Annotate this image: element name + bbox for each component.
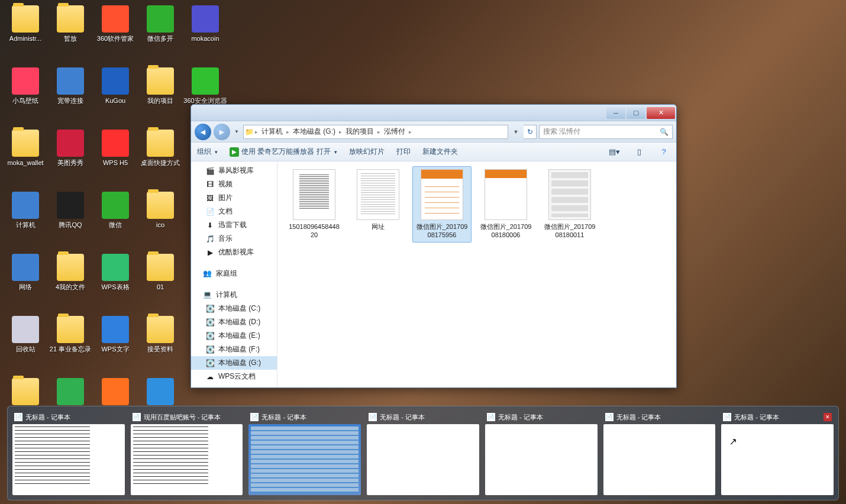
desktop-icon[interactable]: 9360软件管家 xyxy=(93,3,138,56)
file-thumbnail xyxy=(293,169,335,220)
preview-title: 无标题 - 记事本 xyxy=(498,413,543,422)
app-icon xyxy=(147,378,174,405)
desktop-icon[interactable]: 4我的文件 xyxy=(48,251,93,305)
preview-thumbnail xyxy=(721,424,834,495)
folder-icon xyxy=(12,378,39,405)
file-item[interactable]: 1501809645844820 xyxy=(285,166,344,243)
desktop-icon[interactable]: 腾讯QQ xyxy=(48,189,93,243)
file-item[interactable]: 微信图片_20170908180011 xyxy=(540,166,599,243)
notepad-icon: 📄 xyxy=(250,413,259,421)
desktop-icon[interactable]: WPS文字 xyxy=(93,314,138,367)
file-item[interactable]: 网址 xyxy=(348,166,408,243)
notepad-icon: 📄 xyxy=(723,413,731,421)
sidebar: 🎬暴风影视库🎞视频🖼图片📄文档⬇迅雷下载🎵音乐▶优酷影视库👥家庭组💻计算机💽本地… xyxy=(191,161,277,387)
desktop-icon[interactable]: 微信多开 xyxy=(138,3,183,56)
new-folder-button[interactable]: 新建文件夹 xyxy=(422,147,458,157)
notepad-icon: 📄 xyxy=(14,413,22,421)
file-item[interactable]: 微信图片_20170908175956 xyxy=(412,166,472,243)
desktop-icon[interactable]: 01 xyxy=(138,251,183,305)
sidebar-library[interactable]: ▶优酷影视库 xyxy=(191,245,277,259)
taskbar-preview[interactable]: 📄无标题 - 记事本 xyxy=(247,410,362,496)
desktop-icon[interactable]: Administr... xyxy=(3,3,48,56)
nav-forward-button[interactable]: ► xyxy=(214,124,230,140)
file-item[interactable]: 微信图片_20170908180006 xyxy=(476,166,535,243)
preview-thumbnail xyxy=(485,424,598,495)
preview-title: 无标题 - 记事本 xyxy=(734,413,779,422)
sidebar-library[interactable]: 📄文档 xyxy=(191,205,277,218)
refresh-button[interactable]: ↻ xyxy=(524,125,537,139)
preview-title-bar: 📄无标题 - 记事本✕ xyxy=(721,411,834,423)
breadcrumb-segment[interactable]: 本地磁盘 (G:) xyxy=(290,127,338,137)
desktop: Administr...暂放9360软件管家微信多开mokacoin小鸟壁纸宽带… xyxy=(0,0,846,504)
sidebar-drive[interactable]: 💽本地磁盘 (D:) xyxy=(191,315,277,329)
desktop-icon[interactable]: 桌面快捷方式 xyxy=(138,127,183,180)
desktop-icon[interactable]: 小鸟壁纸 xyxy=(3,65,48,118)
slideshow-button[interactable]: 放映幻灯片 xyxy=(349,147,385,157)
taskbar-preview[interactable]: 📄现用百度贴吧账号 - 记事本 xyxy=(130,410,244,496)
desktop-icon[interactable]: 暂放 xyxy=(48,3,93,56)
open-with-menu[interactable]: ▶使用 爱奇艺万能播放器 打开 xyxy=(230,147,337,157)
taskbar-preview[interactable]: 📄无标题 - 记事本 xyxy=(484,410,599,496)
desktop-icon-label: 微信 xyxy=(109,221,122,229)
sidebar-library[interactable]: 🖼图片 xyxy=(191,191,277,205)
print-button[interactable]: 打印 xyxy=(396,147,411,157)
sidebar-computer[interactable]: 💻计算机 xyxy=(191,287,277,302)
desktop-icon[interactable]: 接受资料 xyxy=(138,314,183,367)
computer-icon: 💻 xyxy=(202,289,212,300)
breadcrumb-segment[interactable]: 计算机 xyxy=(259,127,285,137)
breadcrumb[interactable]: 📁 ▸计算机▸本地磁盘 (G:)▸我的项目▸泓愽付▸ xyxy=(243,125,508,139)
file-name: 微信图片_20170908180011 xyxy=(543,222,596,240)
close-button[interactable]: ✕ xyxy=(647,107,675,119)
folder-icon xyxy=(57,5,84,33)
minimize-button[interactable]: ─ xyxy=(606,107,625,119)
taskbar-preview[interactable]: 📄无标题 - 记事本✕ xyxy=(720,410,835,496)
nav-back-button[interactable]: ◄ xyxy=(195,124,211,140)
desktop-icon[interactable]: 宽带连接 xyxy=(48,65,93,118)
taskbar-preview[interactable]: 📄无标题 - 记事本 xyxy=(366,410,480,496)
sidebar-drive[interactable]: 💽本地磁盘 (E:) xyxy=(191,329,277,343)
sidebar-library[interactable]: 🎞视频 xyxy=(191,177,277,191)
sidebar-library[interactable]: ⬇迅雷下载 xyxy=(191,218,277,232)
chevron-right-icon: ▸ xyxy=(376,129,382,135)
view-options-button[interactable]: ▤▾ xyxy=(608,146,621,159)
help-button[interactable]: ? xyxy=(657,146,670,159)
titlebar[interactable]: ─ ▢ ✕ xyxy=(191,105,676,121)
sidebar-library[interactable]: 🎬暴风影视库 xyxy=(191,164,277,177)
desktop-icon[interactable]: moka_wallet xyxy=(3,127,48,180)
search-input[interactable]: 搜索 泓愽付 🔍 xyxy=(539,125,673,139)
organize-menu[interactable]: 组织 xyxy=(197,147,218,157)
drive-icon: 💽 xyxy=(205,318,215,327)
desktop-icon[interactable]: 美图秀秀 xyxy=(48,127,93,180)
taskbar-preview[interactable]: 📄无标题 - 记事本 xyxy=(11,410,126,496)
notepad-icon: 📄 xyxy=(487,413,495,421)
sidebar-library[interactable]: 🎵音乐 xyxy=(191,232,277,245)
file-pane[interactable]: 1501809645844820网址微信图片_20170908175956微信图… xyxy=(277,161,676,387)
maximize-button[interactable]: ▢ xyxy=(627,107,645,119)
breadcrumb-segment[interactable]: 泓愽付 xyxy=(382,127,408,137)
sidebar-drive[interactable]: 💽本地磁盘 (G:) xyxy=(191,356,277,370)
desktop-icon[interactable]: 回收站 xyxy=(3,314,48,367)
desktop-icon[interactable]: 我的项目 xyxy=(138,65,183,118)
preview-close-button[interactable]: ✕ xyxy=(824,413,832,421)
preview-title-bar: 📄无标题 - 记事本 xyxy=(485,411,598,423)
sidebar-drive[interactable]: ☁WPS云文档 xyxy=(191,370,277,383)
nav-history-dropdown[interactable]: ▼ xyxy=(233,124,241,140)
desktop-icon[interactable]: 微信 xyxy=(93,189,138,243)
sidebar-drive[interactable]: 💽本地磁盘 (C:) xyxy=(191,302,277,315)
sidebar-drive[interactable]: 💽本地磁盘 (F:) xyxy=(191,343,277,356)
desktop-icon[interactable]: 网络 xyxy=(3,251,48,305)
taskbar-preview[interactable]: 📄无标题 - 记事本 xyxy=(602,410,717,496)
breadcrumb-dropdown[interactable]: ▼ xyxy=(511,129,521,135)
desktop-icon[interactable]: 计算机 xyxy=(3,189,48,243)
breadcrumb-segment[interactable]: 我的项目 xyxy=(343,127,376,137)
sidebar-homegroup[interactable]: 👥家庭组 xyxy=(191,266,277,280)
file-name: 1501809645844820 xyxy=(288,222,341,240)
preview-title: 无标题 - 记事本 xyxy=(261,413,306,422)
desktop-icon[interactable]: ico xyxy=(138,189,183,243)
desktop-icon[interactable]: mokacoin xyxy=(183,3,228,56)
desktop-icon[interactable]: KuGou xyxy=(93,65,138,118)
desktop-icon[interactable]: WPS表格 xyxy=(93,251,138,305)
preview-pane-button[interactable]: ▯ xyxy=(632,146,645,159)
desktop-icon[interactable]: 21 事业备忘录 xyxy=(48,314,93,367)
desktop-icon[interactable]: WPS H5 xyxy=(93,127,138,180)
